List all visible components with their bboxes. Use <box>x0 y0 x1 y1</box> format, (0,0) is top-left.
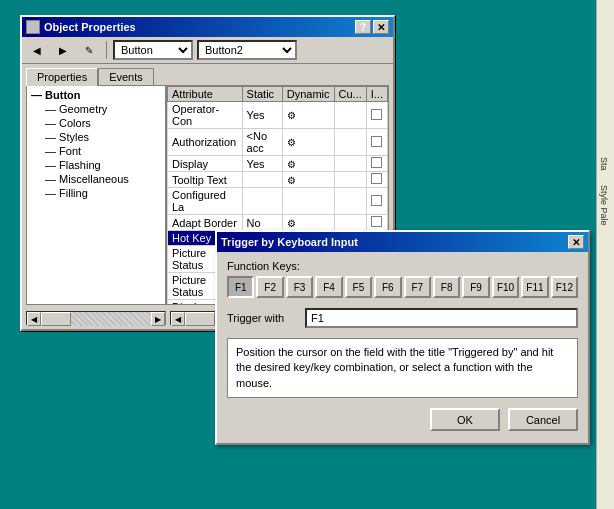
gear-icon: ⚙ <box>287 137 296 148</box>
trigger-content: Function Keys: F1F2F3F4F5F6F7F8F9F10F11F… <box>217 252 588 443</box>
fkey-f12[interactable]: F12 <box>551 276 578 298</box>
fkey-row: F1F2F3F4F5F6F7F8F9F10F11F12 <box>227 276 578 298</box>
checkbox[interactable] <box>371 195 382 206</box>
toolbar-icon-2[interactable]: ▶ <box>52 40 74 60</box>
cell-attribute: Display <box>168 156 243 172</box>
checkbox[interactable] <box>371 216 382 227</box>
trigger-input[interactable] <box>305 308 578 328</box>
help-button[interactable]: ? <box>355 20 371 34</box>
table-row[interactable]: Operator-ConYes⚙ <box>168 102 388 129</box>
tree-item-filling[interactable]: — Filling <box>29 186 163 200</box>
cell-i <box>366 129 387 156</box>
scroll-thumb-left[interactable] <box>41 312 71 326</box>
checkbox[interactable] <box>371 173 382 184</box>
table-row[interactable]: Adapt BorderNo⚙ <box>168 215 388 231</box>
function-keys-label: Function Keys: <box>227 260 578 272</box>
col-cu: Cu... <box>334 87 366 102</box>
cell-dynamic: ⚙ <box>282 156 334 172</box>
cell-i <box>366 156 387 172</box>
tree-item-styles[interactable]: — Styles <box>29 130 163 144</box>
fkey-f10[interactable]: F10 <box>492 276 519 298</box>
tree-item-button[interactable]: — Button <box>29 88 163 102</box>
table-row[interactable]: Configured La <box>168 188 388 215</box>
toolbar-icon-1[interactable]: ◀ <box>26 40 48 60</box>
gear-icon: ⚙ <box>287 110 296 121</box>
cell-attribute: Configured La <box>168 188 243 215</box>
checkbox[interactable] <box>371 136 382 147</box>
cell-cu <box>334 172 366 188</box>
scroll-right-btn[interactable]: ▶ <box>151 312 165 326</box>
fkey-f1[interactable]: F1 <box>227 276 254 298</box>
tree-item-geometry[interactable]: — Geometry <box>29 102 163 116</box>
table-row[interactable]: Authorization<No acc⚙ <box>168 129 388 156</box>
fkey-f5[interactable]: F5 <box>345 276 372 298</box>
toolbar-icon-3[interactable]: ✎ <box>78 40 100 60</box>
cell-cu <box>334 102 366 129</box>
cell-cu <box>334 156 366 172</box>
gear-icon: ⚙ <box>287 218 296 229</box>
fkey-f11[interactable]: F11 <box>521 276 548 298</box>
cell-i <box>366 188 387 215</box>
dialog-buttons: OK Cancel <box>227 408 578 435</box>
fkey-f2[interactable]: F2 <box>256 276 283 298</box>
trigger-dialog: Trigger by Keyboard Input ✕ Function Key… <box>215 230 590 445</box>
checkbox[interactable] <box>371 157 382 168</box>
cell-attribute: Operator-Con <box>168 102 243 129</box>
cancel-button[interactable]: Cancel <box>508 408 578 431</box>
fkey-f6[interactable]: F6 <box>374 276 401 298</box>
right-panel: Sta Style Pale <box>596 0 614 509</box>
cell-static <box>242 172 282 188</box>
ok-button[interactable]: OK <box>430 408 500 431</box>
trigger-with-label: Trigger with <box>227 312 297 324</box>
tree-item-font[interactable]: — Font <box>29 144 163 158</box>
scroll-track-left[interactable] <box>41 312 151 326</box>
table-row[interactable]: Tooltip Text⚙ <box>168 172 388 188</box>
window-icon <box>26 20 40 34</box>
tree-item-colors[interactable]: — Colors <box>29 116 163 130</box>
object-properties-titlebar: Object Properties ? ✕ <box>22 17 393 37</box>
col-static: Static <box>242 87 282 102</box>
cell-static: No <box>242 215 282 231</box>
trigger-dialog-title: Trigger by Keyboard Input <box>221 236 358 248</box>
close-button[interactable]: ✕ <box>373 20 389 34</box>
table-row[interactable]: DisplayYes⚙ <box>168 156 388 172</box>
cell-static: Yes <box>242 156 282 172</box>
fkey-f8[interactable]: F8 <box>433 276 460 298</box>
fkey-f4[interactable]: F4 <box>315 276 342 298</box>
type-dropdown[interactable]: Button <box>113 40 193 60</box>
scroll-thumb-right[interactable] <box>185 312 215 326</box>
name-dropdown[interactable]: Button2 <box>197 40 297 60</box>
cell-dynamic: ⚙ <box>282 172 334 188</box>
tab-events[interactable]: Events <box>98 68 154 85</box>
checkbox[interactable] <box>371 109 382 120</box>
right-panel-style-pale: Style Pale <box>597 183 611 228</box>
gear-icon: ⚙ <box>287 159 296 170</box>
trigger-close-button[interactable]: ✕ <box>568 235 584 249</box>
tab-properties[interactable]: Properties <box>26 68 98 86</box>
col-i: I... <box>366 87 387 102</box>
trigger-with-row: Trigger with <box>227 308 578 328</box>
gear-icon: ⚙ <box>287 175 296 186</box>
col-attribute: Attribute <box>168 87 243 102</box>
cell-i <box>366 102 387 129</box>
left-scrollbar[interactable]: ◀ ▶ <box>26 311 166 325</box>
info-box: Position the cursor on the field with th… <box>227 338 578 398</box>
fkey-f9[interactable]: F9 <box>462 276 489 298</box>
cell-static <box>242 188 282 215</box>
cell-cu <box>334 129 366 156</box>
toolbar-separator <box>106 41 107 59</box>
tree-item-miscellaneous[interactable]: — Miscellaneous <box>29 172 163 186</box>
cell-dynamic: ⚙ <box>282 215 334 231</box>
tree-pane: — Button — Geometry — Colors — Styles — … <box>27 86 167 304</box>
cell-dynamic: ⚙ <box>282 129 334 156</box>
scroll-left-btn[interactable]: ◀ <box>27 312 41 326</box>
window-title: Object Properties <box>44 21 136 33</box>
cell-i <box>366 172 387 188</box>
fkey-f3[interactable]: F3 <box>286 276 313 298</box>
cell-dynamic <box>282 188 334 215</box>
fkey-f7[interactable]: F7 <box>404 276 431 298</box>
toolbar: ◀ ▶ ✎ Button Button2 <box>22 37 393 64</box>
trigger-titlebar: Trigger by Keyboard Input ✕ <box>217 232 588 252</box>
scroll-left-btn2[interactable]: ◀ <box>171 312 185 326</box>
tree-item-flashing[interactable]: — Flashing <box>29 158 163 172</box>
